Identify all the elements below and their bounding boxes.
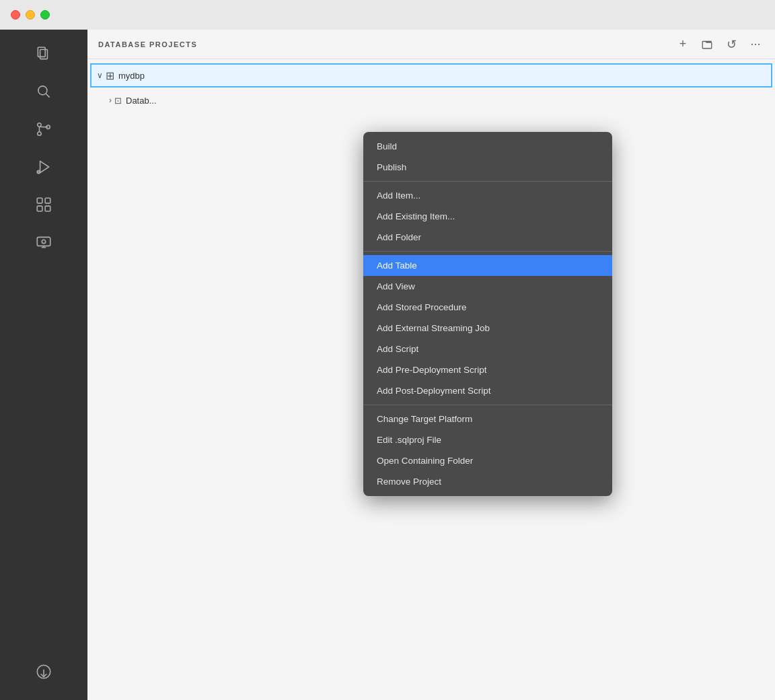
- menu-item-add-existing-item[interactable]: Add Existing Item...: [363, 206, 612, 227]
- svg-point-5: [38, 132, 41, 135]
- menu-item-edit-sqlproj-file[interactable]: Edit .sqlproj File: [363, 429, 612, 450]
- svg-rect-0: [38, 47, 45, 57]
- svg-rect-10: [37, 198, 42, 203]
- menu-item-add-script[interactable]: Add Script: [363, 339, 612, 359]
- menu-item-change-target-platform[interactable]: Change Target Platform: [363, 409, 612, 429]
- open-folder-button[interactable]: [698, 36, 716, 53]
- context-menu: BuildPublishAdd Item...Add Existing Item…: [363, 132, 612, 496]
- refresh-button[interactable]: ↺: [723, 36, 740, 53]
- sidebar: [0, 30, 87, 700]
- maximize-button[interactable]: [40, 10, 50, 20]
- more-actions-button[interactable]: ···: [747, 36, 764, 53]
- menu-item-add-post-deployment-script[interactable]: Add Post-Deployment Script: [363, 380, 612, 401]
- menu-item-add-external-streaming-job[interactable]: Add External Streaming Job: [363, 318, 612, 339]
- svg-rect-14: [37, 237, 50, 246]
- menu-item-add-stored-procedure[interactable]: Add Stored Procedure: [363, 297, 612, 318]
- sidebar-icon-run-debug[interactable]: [26, 149, 61, 184]
- svg-line-3: [46, 94, 49, 97]
- menu-divider: [363, 405, 612, 405]
- svg-rect-13: [45, 206, 50, 211]
- titlebar: [0, 0, 775, 30]
- svg-marker-7: [40, 161, 49, 172]
- menu-item-remove-project[interactable]: Remove Project: [363, 471, 612, 492]
- menu-item-add-pre-deployment-script[interactable]: Add Pre-Deployment Script: [363, 359, 612, 380]
- panel-title: DATABASE PROJECTS: [98, 40, 197, 48]
- sidebar-icon-source-control[interactable]: [26, 112, 61, 147]
- menu-item-add-view[interactable]: Add View: [363, 276, 612, 297]
- tree-sub-item-database[interactable]: › ⊡ Datab...: [87, 89, 775, 112]
- svg-rect-12: [37, 206, 42, 211]
- sidebar-icon-files[interactable]: [26, 36, 61, 71]
- menu-item-publish[interactable]: Publish: [363, 157, 612, 178]
- database-project-icon: ⊞: [106, 69, 114, 82]
- svg-point-2: [38, 86, 47, 95]
- tree-root-label: mydbp: [118, 71, 145, 81]
- svg-point-4: [38, 123, 41, 127]
- content-area: DATABASE PROJECTS + ↺ ··· ∨ ⊞ mydbp ›: [87, 30, 775, 700]
- menu-item-add-folder[interactable]: Add Folder: [363, 227, 612, 248]
- tree-sub-label: Datab...: [126, 96, 157, 106]
- menu-item-open-containing-folder[interactable]: Open Containing Folder: [363, 450, 612, 471]
- svg-rect-11: [45, 198, 50, 203]
- menu-divider: [363, 181, 612, 182]
- panel-header: DATABASE PROJECTS + ↺ ···: [87, 30, 775, 59]
- add-project-button[interactable]: +: [674, 36, 692, 53]
- sidebar-icon-search[interactable]: [26, 74, 61, 109]
- sidebar-icon-extensions[interactable]: [26, 187, 61, 222]
- chevron-down-icon: ∨: [97, 71, 103, 80]
- svg-rect-1: [40, 50, 48, 59]
- sidebar-icon-accounts[interactable]: [26, 654, 61, 689]
- svg-point-15: [42, 240, 45, 243]
- menu-divider: [363, 251, 612, 252]
- close-button[interactable]: [11, 10, 20, 20]
- menu-item-add-item[interactable]: Add Item...: [363, 185, 612, 206]
- table-icon: ⊡: [114, 96, 122, 106]
- minimize-button[interactable]: [26, 10, 35, 20]
- tree-area: ∨ ⊞ mydbp › ⊡ Datab...: [87, 59, 775, 114]
- menu-item-add-table[interactable]: Add Table: [363, 255, 612, 276]
- sidebar-icon-remote-explorer[interactable]: [26, 225, 61, 260]
- tree-root-item[interactable]: ∨ ⊞ mydbp: [90, 63, 772, 88]
- menu-item-build[interactable]: Build: [363, 136, 612, 157]
- app-body: DATABASE PROJECTS + ↺ ··· ∨ ⊞ mydbp ›: [0, 30, 775, 700]
- chevron-right-icon: ›: [109, 96, 112, 105]
- panel-actions: + ↺ ···: [674, 36, 764, 53]
